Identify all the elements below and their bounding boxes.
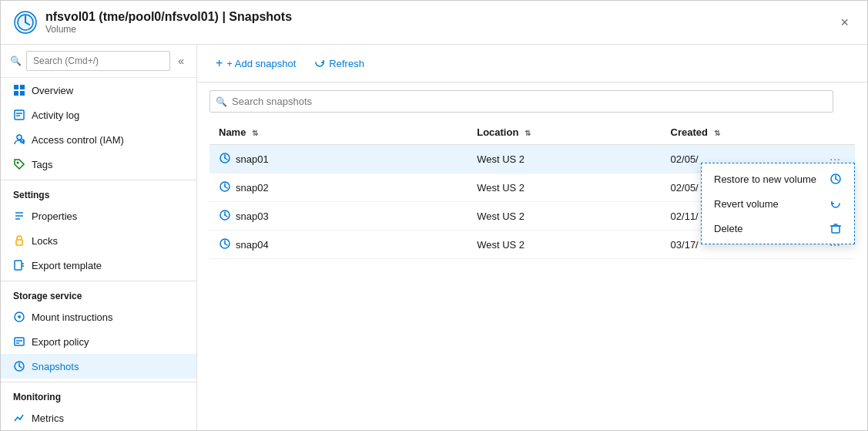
- svg-rect-6: [14, 91, 18, 96]
- context-menu-delete[interactable]: Delete: [702, 216, 854, 241]
- row-location-cell: West US 2: [468, 202, 661, 231]
- sidebar: 🔍 « Overview Activity log ?: [1, 45, 197, 430]
- snapshot-row-icon: [219, 180, 231, 195]
- export-policy-icon: [13, 335, 25, 348]
- export-template-icon: [13, 259, 25, 271]
- sidebar-item-locks[interactable]: Locks: [1, 228, 196, 253]
- properties-icon: [13, 210, 25, 222]
- snapshots-search-input[interactable]: [209, 90, 833, 113]
- context-menu: Restore to new volume Revert volume Dele…: [701, 163, 855, 244]
- context-menu-revert[interactable]: Revert volume: [702, 191, 854, 216]
- svg-rect-7: [20, 91, 25, 96]
- row-name-cell: snap04: [209, 231, 468, 259]
- sidebar-item-tags[interactable]: Tags: [1, 152, 196, 177]
- sidebar-item-iam[interactable]: ? Access control (IAM): [1, 127, 196, 152]
- svg-rect-19: [15, 261, 22, 270]
- sidebar-item-overview-label: Overview: [32, 85, 73, 96]
- snapshot-row-icon: [219, 152, 231, 167]
- sidebar-item-snapshots[interactable]: Snapshots: [1, 354, 196, 379]
- row-name-cell: snap03: [209, 202, 468, 231]
- restore-icon: [829, 173, 842, 185]
- title-text: nfsvol01 (tme/pool0/nfsvol01) | Snapshot…: [45, 10, 834, 35]
- context-menu-restore[interactable]: Restore to new volume: [702, 167, 854, 191]
- main-layout: 🔍 « Overview Activity log ?: [1, 45, 867, 430]
- column-created[interactable]: Created ⇅: [662, 120, 791, 145]
- sidebar-item-export-template[interactable]: Export template: [1, 253, 196, 278]
- sidebar-search-icon: 🔍: [10, 56, 22, 66]
- row-name-cell: snap01: [209, 145, 468, 173]
- close-button[interactable]: ×: [834, 12, 855, 34]
- content-area: + + Add snapshot Refresh 🔍: [197, 45, 867, 430]
- refresh-button[interactable]: Refresh: [308, 53, 370, 74]
- svg-rect-25: [15, 338, 24, 345]
- sidebar-item-properties[interactable]: Properties: [1, 204, 196, 228]
- main-window: nfsvol01 (tme/pool0/nfsvol01) | Snapshot…: [0, 0, 868, 431]
- activity-icon: [13, 109, 25, 121]
- svg-rect-18: [16, 240, 22, 245]
- restore-label: Restore to new volume: [714, 173, 816, 185]
- sidebar-item-metrics[interactable]: Metrics: [1, 406, 196, 430]
- search-wrapper: 🔍: [209, 90, 855, 113]
- metrics-icon: [13, 412, 25, 424]
- svg-line-39: [225, 215, 227, 217]
- sidebar-item-export-policy-label: Export policy: [32, 336, 89, 348]
- iam-icon: ?: [13, 133, 25, 146]
- collapse-button[interactable]: «: [175, 53, 187, 69]
- column-location[interactable]: Location ⇅: [468, 120, 661, 145]
- delete-icon: [829, 222, 842, 234]
- sidebar-item-iam-label: Access control (IAM): [32, 134, 124, 146]
- created-sort-icon[interactable]: ⇅: [714, 129, 720, 137]
- settings-section-label: Settings: [1, 180, 196, 204]
- delete-label: Delete: [714, 223, 743, 234]
- revert-label: Revert volume: [714, 198, 779, 210]
- refresh-label: Refresh: [329, 58, 364, 69]
- svg-rect-5: [20, 85, 25, 89]
- svg-rect-4: [14, 85, 18, 89]
- monitoring-section-label: Monitoring: [1, 382, 196, 406]
- revert-icon: [829, 197, 842, 210]
- sidebar-item-metrics-label: Metrics: [32, 412, 64, 424]
- snapshots-icon: [13, 360, 25, 372]
- svg-text:i: i: [18, 315, 19, 319]
- svg-line-45: [836, 179, 838, 180]
- location-sort-icon[interactable]: ⇅: [524, 129, 531, 137]
- snapshot-row-icon: [219, 237, 231, 252]
- row-name-cell: snap02: [209, 173, 468, 202]
- sidebar-item-mount-instructions[interactable]: i Mount instructions: [1, 305, 196, 329]
- sidebar-item-tags-label: Tags: [32, 159, 52, 170]
- row-location-cell: West US 2: [468, 145, 661, 173]
- table-container: Name ⇅ Location ⇅ Created ⇅: [197, 120, 867, 430]
- sidebar-search-input[interactable]: [26, 51, 170, 71]
- overview-icon: [13, 84, 25, 96]
- toolbar: + + Add snapshot Refresh: [197, 45, 867, 82]
- window-title: nfsvol01 (tme/pool0/nfsvol01) | Snapshot…: [45, 10, 834, 24]
- sidebar-item-activity-log-label: Activity log: [32, 109, 79, 121]
- title-bar: nfsvol01 (tme/pool0/nfsvol01) | Snapshot…: [1, 1, 867, 45]
- svg-line-42: [225, 244, 227, 245]
- sidebar-item-locks-label: Locks: [32, 235, 58, 247]
- refresh-icon: [314, 57, 325, 70]
- add-snapshot-button[interactable]: + + Add snapshot: [209, 52, 302, 74]
- name-sort-icon[interactable]: ⇅: [252, 129, 258, 137]
- app-icon: [13, 10, 38, 35]
- column-name[interactable]: Name ⇅: [209, 120, 468, 145]
- sidebar-item-export-template-label: Export template: [32, 260, 102, 271]
- add-snapshot-icon: +: [216, 56, 223, 70]
- svg-rect-8: [15, 110, 24, 120]
- snapshot-row-icon: [219, 209, 231, 224]
- sidebar-item-export-policy[interactable]: Export policy: [1, 329, 196, 354]
- svg-rect-46: [832, 226, 840, 233]
- tags-icon: [13, 158, 25, 170]
- sidebar-item-mount-label: Mount instructions: [32, 311, 113, 323]
- add-snapshot-label: + Add snapshot: [226, 58, 296, 69]
- locks-icon: [13, 234, 25, 247]
- storage-section-label: Storage service: [1, 281, 196, 305]
- svg-point-14: [17, 162, 19, 164]
- sidebar-item-activity-log[interactable]: Activity log: [1, 103, 196, 127]
- svg-line-36: [225, 187, 227, 188]
- mount-icon: i: [13, 311, 25, 323]
- svg-line-30: [19, 366, 22, 368]
- sidebar-item-properties-label: Properties: [32, 210, 77, 222]
- sidebar-item-overview[interactable]: Overview: [1, 78, 196, 103]
- sidebar-item-snapshots-label: Snapshots: [32, 361, 79, 372]
